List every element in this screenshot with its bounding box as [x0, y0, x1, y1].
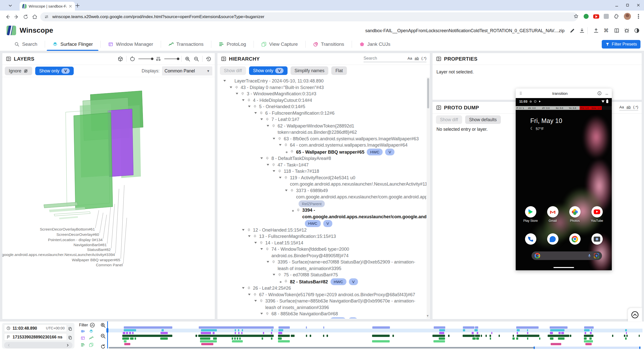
pin-icon[interactable] [265, 118, 269, 122]
timeline-row-view-capture[interactable] [109, 340, 642, 342]
timeline-row-screen-recording[interactable] [109, 326, 642, 329]
expand-arrow-icon[interactable] [248, 106, 251, 107]
tree-node[interactable]: 119 - ActivityRecord{24e5341 u0 com.goog… [217, 175, 426, 188]
home-icon[interactable] [32, 14, 38, 20]
app-shortcut[interactable] [589, 233, 605, 245]
collapse-timeline-button[interactable] [628, 308, 642, 321]
timeline-row-surface-flinger[interactable] [109, 329, 642, 331]
tree-node[interactable]: 3394 - com.google.android.apps.nexuslaun… [217, 207, 426, 227]
report-bug-icon[interactable] [624, 27, 630, 34]
expand-arrow-icon[interactable] [267, 164, 269, 166]
viewcapture-filter-icon[interactable] [89, 342, 94, 347]
app-shortcut[interactable] [567, 233, 583, 245]
app-shortcut-play-store[interactable]: Play Store [523, 206, 538, 223]
show-diff-button[interactable]: Show diff [436, 115, 462, 124]
pin-icon[interactable] [265, 312, 269, 316]
tree-node[interactable]: 64 - com.android.systemui.wallpapers.Ima… [217, 142, 426, 149]
pin-icon[interactable] [272, 124, 275, 128]
bookmark-star-icon[interactable] [573, 13, 579, 19]
pin-icon[interactable] [296, 208, 300, 212]
copy-time-icon[interactable] [68, 327, 72, 331]
pin-icon[interactable] [253, 293, 257, 297]
tab-search-icon[interactable] [7, 3, 14, 9]
show-only-button[interactable]: Show only V [35, 67, 74, 75]
expand-arrow-icon[interactable] [254, 242, 257, 244]
scrollbar-down-arrow[interactable]: ▼ [426, 314, 429, 318]
expand-arrow-icon[interactable] [273, 138, 275, 140]
collapse-panel-icon[interactable] [221, 56, 226, 62]
tree-node[interactable]: 75 - ed70f88 StatusBar#75 [217, 272, 426, 278]
expand-arrow-icon[interactable] [248, 235, 251, 237]
video-filter-icon[interactable] [80, 329, 85, 334]
layer-rect-label[interactable]: Common Panel [96, 263, 123, 267]
drag-handle-icon[interactable] [519, 91, 523, 96]
pin-icon[interactable] [253, 235, 257, 239]
layer-rect-label[interactable]: slauncher/com.google.android.apps.nexusl… [2, 252, 115, 257]
tree-node[interactable]: 82 - StatusBar#82HWCV [217, 278, 426, 285]
range-handle-right[interactable] [639, 346, 640, 349]
layers-3d-view[interactable]: ScreenDecorOverlayBottom#61ScreenDecorOv… [2, 77, 215, 319]
tree-node[interactable]: 47 - Task=1#47 [217, 162, 426, 168]
tree-node[interactable]: 118 - Task=7#118 [217, 168, 426, 175]
site-settings-icon[interactable] [44, 15, 49, 19]
ignore-button[interactable]: Ignore [5, 67, 32, 75]
layer-rect-label[interactable]: StatusBar#82 [87, 247, 111, 252]
transition-window[interactable]: transition 11:03 P: 0 / 1dX: 0.0d [516, 89, 612, 270]
regex-icon[interactable]: (.*) [633, 105, 638, 109]
range-handle-left[interactable] [534, 346, 535, 349]
app-shortcut[interactable] [523, 233, 538, 245]
timeline-row-window-manager[interactable] [109, 332, 642, 334]
phone-app-icon[interactable] [525, 233, 536, 245]
timeline-row-transitions[interactable] [109, 343, 642, 345]
layer-rect-label[interactable]: NavigationBar0#81 [73, 243, 107, 247]
timeline-row-protolog[interactable] [109, 337, 642, 340]
photos-app-icon[interactable] [569, 206, 581, 217]
protolog-filter-icon[interactable] [80, 342, 85, 347]
gmail-app-icon[interactable] [547, 206, 558, 217]
ns-time-field[interactable]: 1715339028890230166 ns [4, 333, 67, 341]
expand-arrow-icon[interactable] [254, 112, 257, 114]
simplify-names-button[interactable]: Simplify names [291, 66, 329, 75]
pin-icon[interactable] [259, 241, 263, 245]
timeline-range-scrollbar[interactable] [109, 347, 641, 349]
tree-node[interactable]: LayerTraceEntry - 2024-05-10, 11:03:48.8… [217, 78, 426, 84]
expand-arrow-icon[interactable] [260, 248, 263, 250]
pin-icon[interactable] [247, 286, 251, 290]
expand-arrow-icon[interactable] [267, 125, 269, 127]
window-filter-icon[interactable] [80, 336, 85, 340]
rotation-slider[interactable] [138, 59, 152, 59]
expand-arrow-icon[interactable] [236, 93, 238, 95]
tab-jank-cujs[interactable]: Jank CUJs [352, 38, 398, 51]
edit-trace-icon[interactable] [569, 27, 576, 34]
layer-rect-label[interactable]: PointerLocation - display 0#134 [48, 238, 103, 242]
timeline-zoom-out-icon[interactable] [100, 333, 106, 339]
playstore-app-icon[interactable] [525, 206, 536, 217]
pin-icon[interactable] [272, 319, 275, 319]
whole-word-icon[interactable]: ab [626, 105, 631, 109]
pin-icon[interactable] [278, 273, 281, 277]
pin-icon[interactable] [265, 157, 269, 161]
tab-transitions[interactable]: Transitions [305, 38, 352, 51]
documentation-icon[interactable] [614, 27, 620, 34]
hierarchy-scrollbar[interactable]: ▼ [427, 77, 430, 319]
tab-view-capture[interactable]: View Capture [254, 38, 305, 51]
pin-icon[interactable] [259, 111, 263, 115]
reset-view-icon[interactable] [206, 56, 211, 62]
spacing-slider[interactable] [164, 59, 178, 59]
tab-transactions[interactable]: Transactions [161, 38, 211, 51]
youtube-extension-icon[interactable] [593, 14, 599, 19]
download-trace-icon[interactable] [579, 27, 585, 34]
transition-window-titlebar[interactable]: transition [516, 89, 612, 98]
profile-avatar[interactable] [624, 13, 631, 20]
timeline-row-transactions[interactable] [109, 335, 642, 337]
layers-filter-icon[interactable] [89, 329, 94, 334]
expand-arrow-icon[interactable] [223, 80, 226, 82]
app-shortcut-photos[interactable]: Photos [567, 206, 583, 223]
tree-node[interactable]: 43 - Display 0 name="Built-in Screen"#43 [217, 84, 426, 91]
expand-arrow-icon[interactable] [242, 229, 245, 231]
range-selection[interactable] [534, 347, 640, 349]
info-icon[interactable] [597, 91, 602, 96]
tree-node[interactable]: 5 - OneHanded:0:14#5 [217, 104, 426, 110]
pin-icon[interactable] [284, 143, 288, 147]
pin-icon[interactable] [247, 99, 251, 103]
